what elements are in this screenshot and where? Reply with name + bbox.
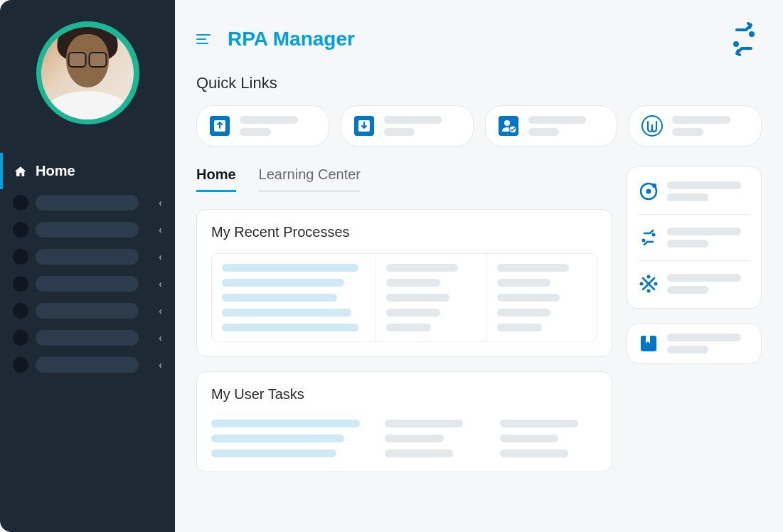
content-left: Home Learning Center My Recent Processes (196, 166, 612, 486)
sidebar-item-label: Home (36, 163, 75, 179)
user-tasks-panel: My User Tasks (196, 371, 612, 472)
quick-link-card[interactable] (629, 105, 762, 147)
sidebar: Home ‹ ‹ ‹ ‹ ‹ ‹ ‹ (0, 0, 175, 532)
chevron-left-icon: ‹ (159, 251, 162, 262)
cycle-logo-icon (726, 21, 762, 57)
svg-point-20 (647, 275, 651, 279)
tasks-body (211, 415, 597, 457)
svg-point-10 (504, 120, 510, 126)
header: RPA Manager (196, 21, 762, 57)
table-col (500, 420, 598, 457)
sidebar-item-placeholder[interactable]: ‹ (0, 243, 175, 270)
quick-link-card[interactable] (341, 105, 474, 147)
sidebar-item-home[interactable]: Home (0, 153, 175, 189)
recent-processes-panel: My Recent Processes (196, 209, 612, 357)
svg-point-21 (647, 289, 651, 293)
sidebar-item-placeholder[interactable]: ‹ (0, 297, 175, 324)
chevron-left-icon: ‹ (159, 197, 162, 208)
quick-links-row (196, 105, 762, 147)
table-col (212, 254, 376, 341)
table-col (376, 254, 486, 341)
small-card[interactable] (627, 323, 762, 364)
panel-body (211, 253, 597, 342)
tab-home[interactable]: Home (196, 166, 236, 192)
side-panel (627, 166, 762, 309)
svg-point-4 (733, 41, 739, 47)
tabs: Home Learning Center (196, 166, 612, 192)
quick-link-card[interactable] (196, 105, 329, 147)
cycle-dots-icon (639, 228, 659, 248)
svg-point-23 (654, 282, 658, 286)
bookmark-square-icon (639, 334, 659, 353)
quick-links-title: Quick Links (196, 74, 762, 92)
table-col (211, 420, 368, 457)
panel-title: My Recent Processes (211, 224, 597, 240)
chevron-left-icon: ‹ (159, 359, 162, 371)
svg-point-14 (646, 189, 651, 194)
user-check-icon (497, 115, 520, 137)
side-item[interactable] (639, 261, 750, 294)
upload-square-icon (208, 115, 231, 137)
svg-point-17 (642, 239, 646, 243)
main-content: RPA Manager Quick Links (175, 0, 783, 532)
app-title: RPA Manager (228, 28, 355, 50)
home-icon (14, 165, 27, 178)
sidebar-item-placeholder[interactable]: ‹ (0, 351, 175, 378)
menu-icon[interactable] (196, 33, 211, 45)
sidebar-item-placeholder[interactable]: ‹ (0, 270, 175, 297)
content-right (627, 166, 762, 486)
panel-title: My User Tasks (211, 386, 597, 403)
sidebar-item-placeholder[interactable]: ‹ (0, 216, 175, 243)
table-col (385, 420, 483, 457)
content-split: Home Learning Center My Recent Processes (196, 166, 762, 486)
orbit-icon (639, 181, 659, 201)
side-item[interactable] (639, 215, 750, 261)
side-item[interactable] (639, 181, 750, 215)
tab-learning-center[interactable]: Learning Center (259, 166, 361, 192)
star-connect-icon (639, 274, 659, 294)
svg-rect-9 (499, 116, 518, 136)
chevron-left-icon: ‹ (159, 305, 162, 316)
chevron-left-icon: ‹ (159, 278, 162, 289)
svg-point-16 (652, 233, 656, 237)
quick-link-card[interactable] (485, 105, 618, 147)
svg-point-15 (652, 183, 656, 188)
chevron-left-icon: ‹ (159, 332, 162, 344)
svg-point-22 (640, 282, 644, 286)
download-square-icon (353, 115, 375, 137)
table-col (487, 254, 597, 341)
sidebar-item-placeholder[interactable]: ‹ (0, 324, 175, 351)
mulesoft-logo-icon (641, 115, 664, 137)
avatar-container (0, 21, 175, 124)
avatar[interactable] (36, 21, 139, 124)
sidebar-item-placeholder[interactable]: ‹ (0, 189, 175, 216)
svg-point-3 (749, 31, 755, 37)
chevron-left-icon: ‹ (159, 224, 162, 235)
app-container: Home ‹ ‹ ‹ ‹ ‹ ‹ ‹ (0, 0, 783, 532)
